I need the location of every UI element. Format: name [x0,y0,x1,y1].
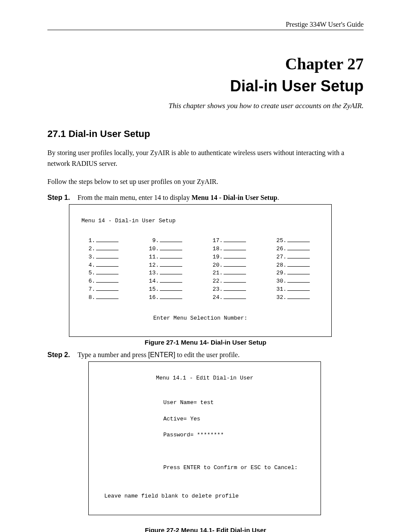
step-2: Step 2. Type a number and press [ENTER] … [47,351,364,359]
figure-1-entry: 4. [85,261,118,269]
step-1-label: Step 1. [47,194,78,202]
figure-1-entry: 12. [149,261,182,269]
figure-1-column: 17.18.19.20.21.22.23.24. [212,237,246,302]
figure-2-username-row: User Name= test [163,399,313,407]
figure-1-entry: 24. [212,294,246,302]
figure-1-entry: 23. [212,286,246,294]
password-value: ******** [197,432,224,438]
chapter-description: This chapter shows you how to create use… [47,102,364,110]
figure-1-entry: 9. [149,237,182,245]
section-heading: 27.1 Dial-in User Setup [47,128,364,140]
step-1-prefix: From the main menu, enter 14 to display [78,194,191,201]
figure-1-entry: 28. [276,261,310,269]
figure-1-entry: 32. [276,294,310,302]
figure-1-entry: 11. [149,253,182,261]
figure-1-entry: 20. [212,261,246,269]
step-1: Step 1. From the main menu, enter 14 to … [47,194,364,202]
figure-1-entry: 18. [212,245,246,253]
active-label: Active= [163,416,187,422]
figure-1-entry: 21. [212,269,246,277]
step-1-text: From the main menu, enter 14 to display … [78,194,364,202]
figure-2-menu-title: Menu 14.1 - Edit Dial-in User [97,374,313,383]
figure-1-entry: 22. [212,277,246,286]
header-guide-name: Prestige 334W User's Guide [47,21,364,30]
step-2-label: Step 2. [47,351,78,359]
figure-1-entry: 3. [85,253,118,261]
figure-2-footer-line: Leave name field blank to delete profile [104,492,313,501]
step-2-prefix: Type a number and press [78,351,148,358]
figure-2-active-row: Active= Yes [163,415,313,423]
password-label: Password= [163,432,193,438]
figure-2-password-row: Password= ******** [163,431,313,439]
figure-1-entry: 7. [85,286,118,294]
paragraph-1: By storing user profiles locally, your Z… [47,147,364,169]
username-value: test [200,399,214,406]
step-2-text: Type a number and press [ENTER] to edit … [78,351,364,359]
figure-1-caption: Figure 27-1 Menu 14- Dial-in User Setup [47,339,364,346]
step-1-suffix: . [277,194,279,201]
step-2-enter: [ENTER] [148,351,175,358]
figure-1-entry: 6. [85,277,118,286]
figure-1-entry: 30. [276,277,310,286]
active-value: Yes [190,416,200,422]
figure-1-entry: 10. [149,245,182,253]
figure-1-columns: 1.2.3.4.5.6.7.8.9.10.11.12.13.14.15.16.1… [85,237,324,302]
figure-1-column: 9.10.11.12.13.14.15.16. [149,237,182,302]
chapter-title: Dial-in User Setup [47,76,364,96]
figure-1-entry: 17. [212,237,246,245]
step-2-suffix: to edit the user profile. [175,351,240,358]
figure-1-menu-title: Menu 14 - Dial-in User Setup [81,217,324,225]
figure-1-entry: 15. [149,286,182,294]
figure-1-entry: 16. [149,294,182,302]
figure-2-caption: Figure 27-2 Menu 14.1- Edit Dial-in User [47,526,364,532]
figure-1-entry: 5. [85,269,118,277]
figure-2-box: Menu 14.1 - Edit Dial-in User User Name=… [88,361,321,515]
step-1-bold: Menu 14 - Dial-in User Setup [191,194,277,201]
figure-1-entry: 14. [149,277,182,286]
figure-1-entry: 1. [85,237,118,245]
figure-2-confirm-line: Press ENTER to Confirm or ESC to Cancel: [163,464,313,472]
figure-1-entry: 27. [276,253,310,261]
chapter-number: Chapter 27 [47,54,364,75]
figure-1-entry: 2. [85,245,118,253]
figure-1-entry: 31. [276,286,310,294]
figure-1-column: 25.26.27.28.29.30.31.32. [276,237,310,302]
figure-1-box: Menu 14 - Dial-in User Setup 1.2.3.4.5.6… [69,204,332,337]
figure-1-entry: 8. [85,294,118,302]
paragraph-2: Follow the steps below to set up user pr… [47,176,364,187]
figure-1-column: 1.2.3.4.5.6.7.8. [85,237,118,302]
username-label: User Name= [163,399,197,406]
figure-1-entry: 25. [276,237,310,245]
figure-1-entry: 19. [212,253,246,261]
figure-1-entry: 26. [276,245,310,253]
figure-1-entry: 13. [149,269,182,277]
figure-1-prompt: Enter Menu Selection Number: [77,314,324,323]
figure-1-entry: 29. [276,269,310,277]
